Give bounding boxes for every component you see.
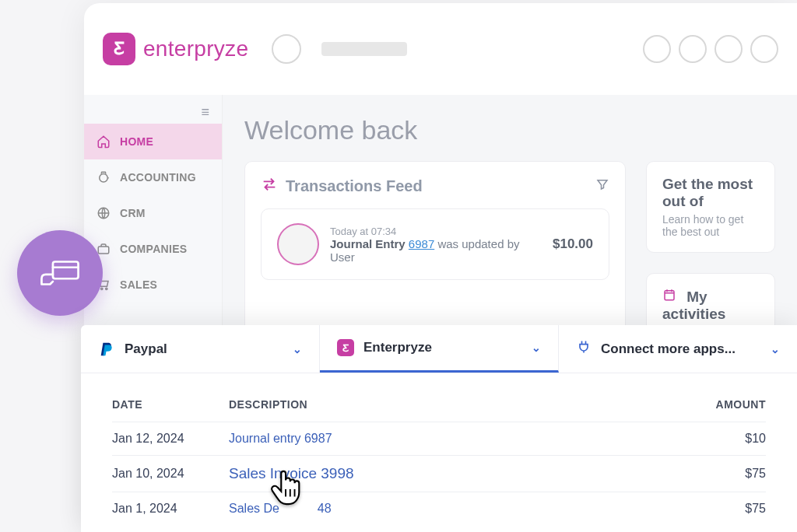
briefcase-icon [97, 242, 111, 256]
chevron-down-icon: ⌄ [293, 343, 302, 355]
topbar-action-3[interactable] [714, 35, 743, 63]
table-header: DATE DESCRIPTION AMOUNT [112, 387, 766, 422]
sidebar-item-sales[interactable]: SALES [84, 267, 222, 303]
sidebar-item-crm[interactable]: CRM [84, 195, 222, 231]
brand-logo[interactable]: Ƹ enterpryze [103, 33, 248, 65]
transactions-card: Transactions Feed Today at 07:34 Journal… [244, 161, 626, 338]
brand-wordmark: enterpryze [143, 37, 248, 61]
svg-point-3 [101, 288, 103, 289]
tab-label: Enterpryze [363, 340, 432, 355]
sidebar-item-companies[interactable]: COMPANIES [84, 231, 222, 267]
sidebar-item-label: ACCOUNTING [120, 171, 196, 184]
plug-icon [576, 339, 592, 359]
tab-enterpryze[interactable]: Ƹ Enterpryze ⌄ [320, 325, 559, 373]
sidebar-item-label: COMPANIES [120, 243, 187, 255]
home-icon [97, 135, 111, 149]
sidebar-collapse-icon[interactable]: ≡ [84, 95, 222, 124]
svg-rect-2 [98, 247, 109, 254]
header-description: DESCRIPTION [229, 398, 672, 411]
brand-mark-icon: Ƹ [103, 33, 135, 65]
promo-card[interactable]: Get the most out of Learn how to get the… [646, 161, 775, 253]
table-row[interactable]: Jan 1, 2024 Sales De xxxxx 48 $75 [112, 492, 766, 525]
pointer-cursor-icon [269, 467, 304, 512]
feed-avatar [277, 223, 319, 265]
chevron-down-icon: ⌄ [532, 341, 541, 354]
tab-paypal[interactable]: Paypal ⌄ [81, 325, 320, 373]
globe-icon [97, 206, 111, 220]
cell-date: Jan 1, 2024 [112, 502, 229, 516]
connections-overlay: Paypal ⌄ Ƹ Enterpryze ⌄ Connect more app… [81, 325, 797, 532]
svg-point-0 [100, 174, 108, 183]
topbar-action-4[interactable] [750, 35, 778, 63]
sidebar-item-label: SALES [120, 278, 157, 291]
filter-icon[interactable] [595, 177, 609, 194]
table-row[interactable]: Jan 10, 2024 Sales Invoice 3998 $75 [112, 455, 766, 492]
topbar-actions [643, 35, 778, 63]
feed-time: Today at 07:34 [330, 226, 542, 237]
piggy-bank-icon [97, 170, 111, 184]
feed-text: Today at 07:34 Journal Entry 6987 was up… [330, 226, 542, 264]
tab-label: Connect more apps... [601, 341, 736, 357]
sidebar-item-label: CRM [120, 207, 146, 219]
header-amount: AMOUNT [672, 398, 766, 411]
cell-amount: $10 [672, 432, 766, 446]
avatar-placeholder[interactable] [272, 34, 301, 64]
calendar-icon [662, 289, 680, 305]
header-date: DATE [112, 398, 229, 411]
cell-description-link[interactable]: Journal entry 6987 [229, 432, 332, 445]
tab-label: Paypal [125, 341, 167, 357]
sidebar-item-home[interactable]: HOME [84, 124, 222, 159]
sidebar-item-label: HOME [120, 135, 153, 148]
welcome-heading: Welcome back [244, 115, 775, 145]
transactions-title: Transactions Feed [286, 177, 423, 195]
swap-icon [261, 176, 278, 196]
feed-link[interactable]: 6987 [409, 237, 434, 250]
paypal-icon [98, 341, 115, 358]
chevron-down-icon: ⌄ [771, 343, 780, 355]
enterpryze-icon: Ƹ [337, 339, 354, 356]
svg-rect-5 [665, 291, 674, 300]
promo-title: Get the most out of [662, 176, 759, 210]
cell-date: Jan 10, 2024 [112, 467, 229, 481]
svg-rect-6 [53, 262, 79, 279]
topbar-action-2[interactable] [679, 35, 707, 63]
promo-sub: Learn how to get the best out [662, 213, 759, 238]
feed-item[interactable]: Today at 07:34 Journal Entry 6987 was up… [261, 208, 609, 280]
table-row[interactable]: Jan 12, 2024 Journal entry 6987 $10 [112, 422, 766, 455]
topbar-action-1[interactable] [643, 35, 671, 63]
username-placeholder [321, 42, 407, 56]
cell-amount: $75 [672, 502, 766, 516]
feed-prefix: Journal Entry [330, 237, 406, 250]
connection-tabs: Paypal ⌄ Ƹ Enterpryze ⌄ Connect more app… [81, 325, 797, 373]
svg-point-4 [106, 288, 107, 289]
cell-date: Jan 12, 2024 [112, 432, 229, 446]
feed-amount: $10.00 [553, 236, 593, 252]
tab-connect-more[interactable]: Connect more apps... ⌄ [559, 325, 797, 373]
sidebar-item-accounting[interactable]: ACCOUNTING [84, 159, 222, 195]
cell-amount: $75 [672, 467, 766, 481]
transactions-table: DATE DESCRIPTION AMOUNT Jan 12, 2024 Jou… [81, 373, 797, 525]
payment-badge-icon[interactable] [17, 230, 103, 316]
top-bar: Ƹ enterpryze [84, 3, 797, 95]
